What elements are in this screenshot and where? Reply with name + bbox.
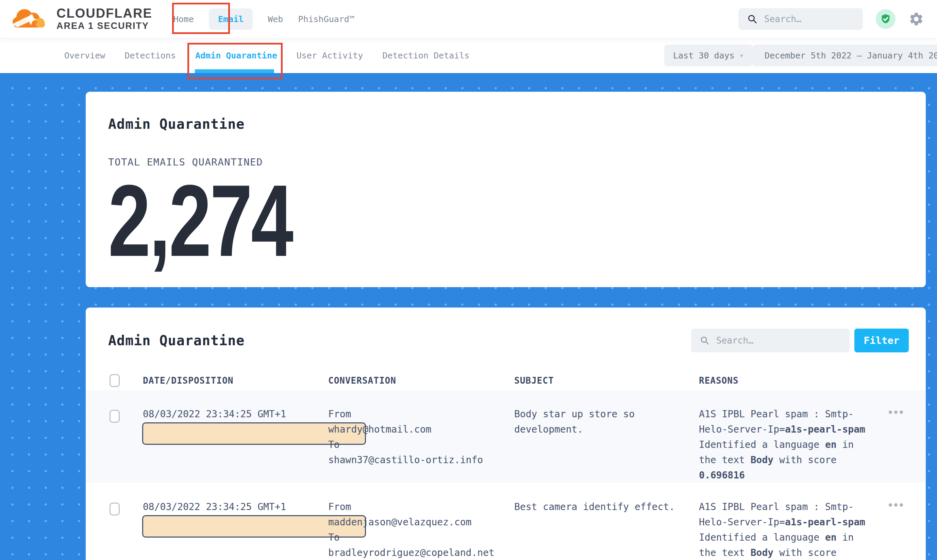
nav-item-phishguard[interactable]: PhishGuard™: [298, 14, 354, 24]
table-row: 08/03/2022 23:34:25 GMT+1 From maddenjas…: [86, 483, 926, 560]
date-text: 08/03/2022 23:34:25 GMT+1: [143, 501, 286, 512]
period-dropdown[interactable]: Last 30 days ▾: [664, 45, 753, 66]
from-label: From: [328, 406, 514, 422]
to-address: bradleyrodriguez@copeland.net: [328, 545, 514, 560]
shield-check-icon: [880, 13, 891, 25]
active-tab-underline: [195, 69, 274, 73]
tab-detections[interactable]: Detections: [125, 51, 176, 60]
brand-name: CLOUDFLARE: [56, 6, 152, 20]
column-header-reasons: REASONS: [699, 375, 886, 386]
cell-conversation: From maddenjason@velazquez.com To bradle…: [328, 483, 514, 560]
from-address: whardy@hotmail.com: [328, 422, 514, 437]
column-header-subject: SUBJECT: [514, 375, 699, 386]
table-card-header: Admin Quarantine Filter: [86, 329, 926, 352]
global-search[interactable]: [738, 8, 863, 30]
row-checkbox[interactable]: [110, 410, 120, 423]
select-all-checkbox[interactable]: [110, 374, 120, 387]
quarantine-summary-card: Admin Quarantine TOTAL EMAILS QUARANTINE…: [86, 92, 926, 287]
nav-item-email[interactable]: Email: [209, 9, 253, 30]
row-actions-menu[interactable]: [889, 503, 904, 507]
table-search[interactable]: [691, 329, 850, 352]
to-address: shawn37@castillo-ortiz.info: [328, 452, 514, 468]
summary-card-title: Admin Quarantine: [108, 116, 902, 132]
settings-button[interactable]: [908, 11, 924, 27]
email-subnav: Overview Detections Admin Quarantine Use…: [0, 38, 937, 73]
nav-item-home[interactable]: Home: [173, 14, 194, 24]
global-search-input[interactable]: [764, 14, 854, 24]
table-header-row: DATE/DISPOSITION CONVERSATION SUBJECT RE…: [86, 371, 926, 390]
to-label: To: [328, 530, 514, 545]
search-icon: [747, 14, 758, 24]
tab-admin-quarantine[interactable]: Admin Quarantine: [195, 51, 277, 60]
brand-text: CLOUDFLARE AREA 1 SECURITY: [56, 6, 152, 32]
main-nav: Home Email Web PhishGuard™: [173, 9, 354, 30]
row-actions-menu[interactable]: [889, 411, 904, 414]
date-range-field[interactable]: December 5th 2022 – January 4th 2023: [752, 45, 937, 66]
protection-status-badge[interactable]: [876, 9, 895, 29]
search-icon: [700, 336, 710, 345]
cloudflare-logo[interactable]: CLOUDFLARE AREA 1 SECURITY: [12, 6, 152, 32]
cloudflare-cloud-icon: [12, 6, 49, 32]
page: CLOUDFLARE AREA 1 SECURITY Home Email We…: [0, 0, 937, 560]
nav-item-web[interactable]: Web: [268, 14, 283, 24]
chevron-down-icon: ▾: [739, 51, 744, 60]
cell-reasons: A1S IPBL Pearl spam : Smtp-Helo-Server-I…: [699, 390, 872, 483]
cell-reasons: A1S IPBL Pearl spam : Smtp-Helo-Server-I…: [699, 483, 872, 560]
from-address: maddenjason@velazquez.com: [328, 514, 514, 530]
date-text: 08/03/2022 23:34:25 GMT+1: [143, 408, 286, 420]
table-card-title: Admin Quarantine: [108, 333, 244, 348]
row-checkbox[interactable]: [110, 503, 120, 515]
period-label: Last 30 days: [673, 51, 735, 60]
brand-subtitle: AREA 1 SECURITY: [56, 20, 152, 32]
table-row: 08/03/2022 23:34:25 GMT+1 From whardy@ho…: [86, 390, 926, 483]
main-content: Admin Quarantine TOTAL EMAILS QUARANTINE…: [0, 73, 937, 560]
column-header-date-disposition: DATE/DISPOSITION: [143, 375, 328, 386]
tab-user-activity[interactable]: User Activity: [296, 51, 363, 60]
quarantine-table-card: Admin Quarantine Filter DATE/DISPOSITION…: [86, 308, 926, 560]
to-label: To: [328, 437, 514, 452]
column-header-conversation: CONVERSATION: [328, 375, 514, 386]
tab-overview[interactable]: Overview: [64, 51, 105, 60]
date-range-label: December 5th 2022 – January 4th 2023: [764, 51, 937, 60]
from-label: From: [328, 499, 514, 514]
metric-value: 2,274: [108, 182, 704, 260]
cell-subject: Best camera identify effect.: [514, 483, 699, 560]
tab-detection-details[interactable]: Detection Details: [382, 51, 469, 60]
gear-icon: [908, 11, 924, 27]
top-header: CLOUDFLARE AREA 1 SECURITY Home Email We…: [0, 0, 937, 38]
table-search-input[interactable]: [716, 335, 841, 346]
header-right: [738, 8, 924, 30]
cell-subject: Body star up store so development.: [514, 390, 699, 483]
cell-conversation: From whardy@hotmail.com To shawn37@casti…: [328, 390, 514, 483]
filter-button[interactable]: Filter: [854, 329, 909, 352]
